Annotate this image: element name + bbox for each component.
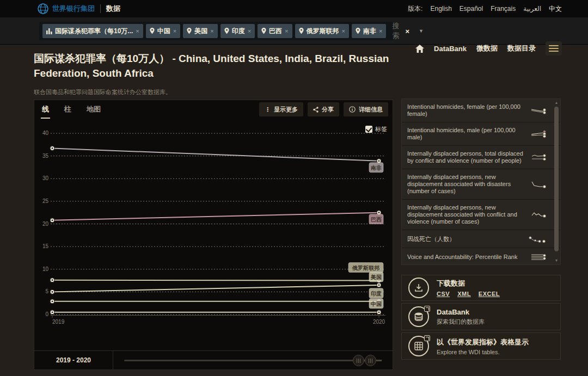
tab-line[interactable]: 线: [34, 100, 57, 119]
chip-close-icon[interactable]: ×: [136, 28, 139, 34]
labels-toggle-label: 标签: [375, 125, 387, 133]
chip-close-icon[interactable]: ×: [285, 28, 288, 34]
lang-arabic[interactable]: العربية: [523, 5, 541, 13]
indicator-label: Intentional homicides, female (per 100,0…: [407, 103, 524, 118]
slider-handle-start[interactable]: [353, 355, 364, 366]
indicator-chip[interactable]: 国际谋杀犯罪率（每10万... ×: [42, 24, 143, 38]
csv-link[interactable]: CSV: [437, 291, 450, 297]
country-chip-usa[interactable]: 美国 ×: [183, 24, 217, 38]
sparkline-icon: [531, 211, 547, 219]
sparkline-icon: [531, 180, 547, 189]
pin-icon: [261, 28, 266, 34]
scroll-down-icon[interactable]: ▼: [554, 258, 559, 263]
wdi-tables-panel[interactable]: 以《世界发展指标》表格显示 Explore the WDI tables.: [401, 332, 561, 360]
xml-link[interactable]: XML: [457, 291, 471, 297]
chevron-down-icon[interactable]: ▼: [419, 28, 424, 34]
page-subtitle: 联合国毒品和犯罪问题国际命案统计办公室数据库。: [34, 88, 171, 96]
svg-text:印度: 印度: [371, 291, 382, 297]
chip-label: 中国: [157, 27, 170, 36]
databank-title: DataBank: [437, 308, 485, 316]
excel-link[interactable]: EXCEL: [479, 291, 500, 297]
lang-english[interactable]: English: [430, 5, 451, 13]
nav-data-link[interactable]: 数据: [106, 4, 120, 14]
version-label: 版本:: [408, 4, 422, 14]
svg-text:15: 15: [42, 243, 49, 249]
chip-close-icon[interactable]: ×: [248, 28, 251, 34]
database-icon: [408, 306, 429, 327]
chip-close-icon[interactable]: ×: [342, 28, 345, 34]
search-bar: 国际谋杀犯罪率（每10万... × 中国 × 美国 × 印度 × 巴西 × 俄罗…: [0, 17, 588, 45]
series-label: 美国: [369, 272, 383, 282]
sparkline-icon: [529, 235, 547, 243]
series-label: 印度: [369, 288, 383, 298]
details-button[interactable]: 详细信息: [344, 102, 388, 116]
svg-text:巴西: 巴西: [371, 217, 382, 223]
scroll-up-icon[interactable]: ▲: [554, 100, 559, 106]
list-item[interactable]: Intentional homicides, female (per 100,0…: [402, 99, 560, 122]
list-item[interactable]: Internally displaced persons, new displa…: [402, 200, 560, 230]
line-chart[interactable]: 051015202530354020192020南非巴西俄罗斯联邦美国印度中国: [34, 119, 393, 350]
scrollbar[interactable]: ▲ ▼: [554, 100, 559, 263]
country-chip-china[interactable]: 中国 ×: [146, 24, 180, 38]
clear-search-icon[interactable]: ×: [405, 27, 409, 35]
quick-links: DataBank 微数据 数据目录: [415, 35, 562, 62]
share-button[interactable]: 分享: [308, 102, 339, 116]
lang-francais[interactable]: Français: [491, 5, 516, 13]
labels-toggle[interactable]: 标签: [365, 125, 387, 133]
list-item[interactable]: Intentional homicides, male (per 100,000…: [402, 122, 560, 146]
wdi-title: 以《世界发展指标》表格显示: [437, 337, 529, 347]
external-link-icon: [424, 306, 430, 312]
tab-map[interactable]: 地图: [79, 100, 108, 119]
pin-icon: [187, 28, 192, 34]
search-input[interactable]: 国际谋杀犯罪率（每10万... × 中国 × 美国 × 印度 × 巴西 × 俄罗…: [39, 22, 393, 40]
show-more-button[interactable]: ⋮ 显示更多: [259, 102, 303, 116]
chip-close-icon[interactable]: ×: [379, 28, 382, 34]
lang-espanol[interactable]: Español: [460, 5, 483, 13]
kebab-icon: ⋮: [265, 106, 271, 113]
chip-label: 南非: [363, 27, 376, 36]
pin-icon: [299, 28, 304, 34]
chip-label: 巴西: [269, 27, 282, 36]
data-catalog-link[interactable]: 数据目录: [507, 44, 536, 53]
page-title: 国际谋杀犯罪率（每10万人） - China, United States, I…: [34, 51, 409, 81]
svg-text:5: 5: [45, 288, 48, 294]
country-chip-india[interactable]: 印度 ×: [220, 24, 255, 38]
share-icon: [313, 107, 318, 113]
time-slider-track[interactable]: [124, 360, 382, 361]
chip-label: 俄罗斯联邦: [307, 27, 339, 36]
menu-icon[interactable]: [546, 41, 562, 56]
chip-label: 美国: [194, 27, 207, 36]
logo-text: 世界银行集团: [52, 4, 95, 14]
search-placeholder: 搜索: [392, 21, 399, 41]
chip-close-icon[interactable]: ×: [210, 28, 213, 34]
year-range-label[interactable]: 2019 - 2020: [34, 351, 113, 369]
svg-text:20: 20: [42, 221, 49, 227]
checkbox-checked-icon[interactable]: [365, 126, 372, 133]
country-chip-southafrica[interactable]: 南非 ×: [352, 24, 386, 38]
worldbank-logo[interactable]: 世界银行集团: [37, 3, 95, 15]
chip-close-icon[interactable]: ×: [173, 28, 176, 34]
series-label: 巴西: [369, 214, 383, 224]
slider-handle-end[interactable]: [365, 355, 376, 366]
list-item[interactable]: Voice and Accountability: Percentile Ran…: [402, 248, 560, 265]
microdata-link[interactable]: 微数据: [476, 44, 498, 53]
lang-chinese[interactable]: 中文: [549, 4, 562, 14]
databank-subtitle: 探索我们的数据库: [437, 318, 485, 326]
home-icon[interactable]: [415, 45, 424, 53]
databank-panel[interactable]: DataBank 探索我们的数据库: [401, 303, 561, 330]
bar-chart-icon: [46, 28, 52, 34]
tab-bar[interactable]: 柱: [57, 100, 79, 119]
list-item[interactable]: Internally displaced persons, new displa…: [402, 169, 560, 200]
top-bar: 世界银行集团 数据 版本: English Español Français ا…: [0, 0, 588, 17]
bottom-strip: [0, 370, 588, 376]
indicator-label: Voice and Accountability: Percentile Ran…: [407, 254, 524, 261]
scrollbar-thumb[interactable]: [554, 107, 559, 251]
databank-link[interactable]: DataBank: [434, 45, 467, 53]
related-indicators-list: Intentional homicides, female (per 100,0…: [401, 98, 561, 265]
list-item[interactable]: 因战死亡（人数）: [402, 230, 560, 248]
list-item[interactable]: Internally displaced persons, total disp…: [402, 146, 560, 169]
sparkline-icon: [531, 252, 547, 261]
country-chip-russia[interactable]: 俄罗斯联邦 ×: [295, 24, 349, 38]
indicator-label: Internally displaced persons, total disp…: [407, 150, 524, 164]
country-chip-brazil[interactable]: 巴西 ×: [258, 24, 292, 38]
